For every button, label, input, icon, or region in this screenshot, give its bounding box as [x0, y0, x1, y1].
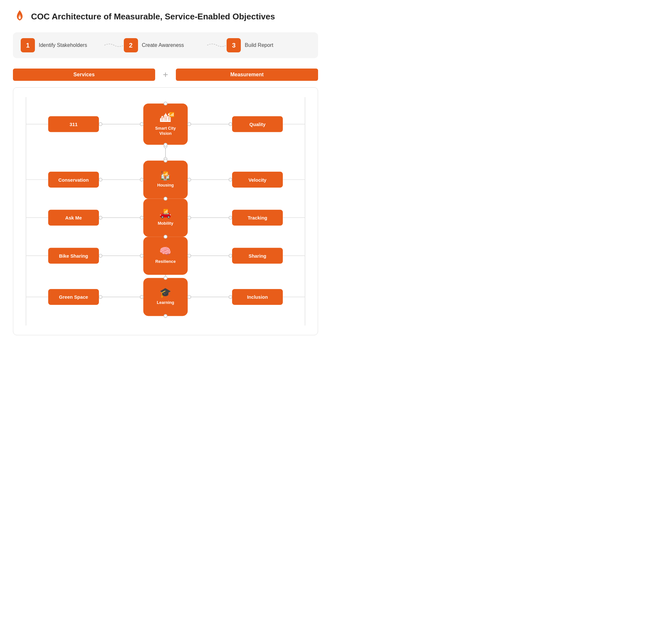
step-3-number: 3 — [227, 38, 241, 52]
svg-text:📶: 📶 — [169, 112, 175, 117]
svg-point-18 — [140, 122, 143, 126]
page-title: COC Architecture of Measurable, Service-… — [31, 12, 275, 22]
svg-point-93 — [164, 197, 167, 201]
steps-container: 1 Identify Stakeholders 2 Create Awarene… — [13, 32, 318, 58]
svg-text:Smart City: Smart City — [155, 126, 176, 131]
svg-text:Learning: Learning — [157, 300, 174, 305]
svg-text:Ask Me: Ask Me — [65, 215, 82, 221]
step-2-label: Create Awareness — [142, 42, 184, 48]
diagram-frame: 🏙 Smart City Vision 📶 311 Quality 🏠 📶 Ho… — [13, 87, 318, 335]
svg-point-70 — [188, 254, 191, 257]
svg-point-79 — [99, 296, 102, 299]
step-2: 2 Create Awareness — [124, 38, 208, 52]
svg-text:Quality: Quality — [250, 122, 266, 127]
svg-text:Bike Sharing: Bike Sharing — [59, 253, 88, 259]
svg-point-64 — [99, 254, 102, 257]
step-connector-2 — [207, 42, 227, 48]
svg-text:311: 311 — [70, 122, 77, 127]
section-headers: Services + Measurement — [13, 69, 318, 81]
svg-point-96 — [164, 314, 167, 318]
svg-text:📶: 📶 — [163, 209, 168, 214]
svg-text:📶: 📶 — [163, 171, 168, 177]
svg-point-23 — [188, 122, 191, 126]
svg-point-34 — [140, 178, 143, 181]
svg-point-91 — [164, 143, 167, 146]
svg-point-95 — [164, 276, 167, 280]
svg-text:Resilience: Resilience — [155, 259, 175, 264]
architecture-diagram: 🏙 Smart City Vision 📶 311 Quality 🏠 📶 Ho… — [17, 91, 314, 332]
svg-text:Conservation: Conservation — [58, 178, 89, 183]
svg-point-90 — [164, 102, 167, 105]
svg-text:🎓: 🎓 — [160, 287, 172, 298]
svg-text:Velocity: Velocity — [249, 178, 267, 183]
svg-point-55 — [188, 216, 191, 219]
svg-text:Tracking: Tracking — [247, 215, 267, 221]
measurement-header: Measurement — [176, 69, 318, 81]
svg-point-94 — [164, 235, 167, 238]
step-1-label: Identify Stakeholders — [39, 42, 87, 48]
step-3: 3 Build Report — [227, 38, 310, 52]
svg-point-65 — [140, 254, 143, 257]
svg-point-17 — [99, 122, 102, 126]
svg-point-56 — [229, 216, 232, 219]
svg-text:Vision: Vision — [159, 131, 172, 136]
svg-text:Sharing: Sharing — [249, 253, 266, 259]
svg-point-92 — [164, 159, 167, 162]
step-1-number: 1 — [21, 38, 35, 52]
svg-text:Inclusion: Inclusion — [247, 295, 268, 300]
svg-point-86 — [229, 296, 232, 299]
page-header: COC Architecture of Measurable, Service-… — [13, 10, 318, 23]
step-1: 1 Identify Stakeholders — [21, 38, 104, 52]
plus-symbol: + — [159, 70, 172, 80]
svg-text:Housing: Housing — [158, 183, 174, 187]
svg-text:Mobility: Mobility — [158, 221, 173, 226]
svg-point-85 — [188, 296, 191, 299]
svg-point-71 — [229, 254, 232, 257]
svg-point-24 — [229, 122, 232, 126]
step-3-label: Build Report — [245, 42, 273, 48]
svg-point-80 — [140, 296, 143, 299]
svg-point-33 — [99, 178, 102, 181]
svg-text:🧠: 🧠 — [160, 245, 172, 257]
svg-text:Green Space: Green Space — [59, 295, 88, 300]
svg-point-50 — [140, 216, 143, 219]
step-2-number: 2 — [124, 38, 138, 52]
step-connector-1 — [104, 42, 124, 48]
svg-point-49 — [99, 216, 102, 219]
flame-icon — [13, 10, 26, 23]
svg-point-40 — [229, 178, 232, 181]
services-header: Services — [13, 69, 155, 81]
svg-point-39 — [188, 178, 191, 181]
